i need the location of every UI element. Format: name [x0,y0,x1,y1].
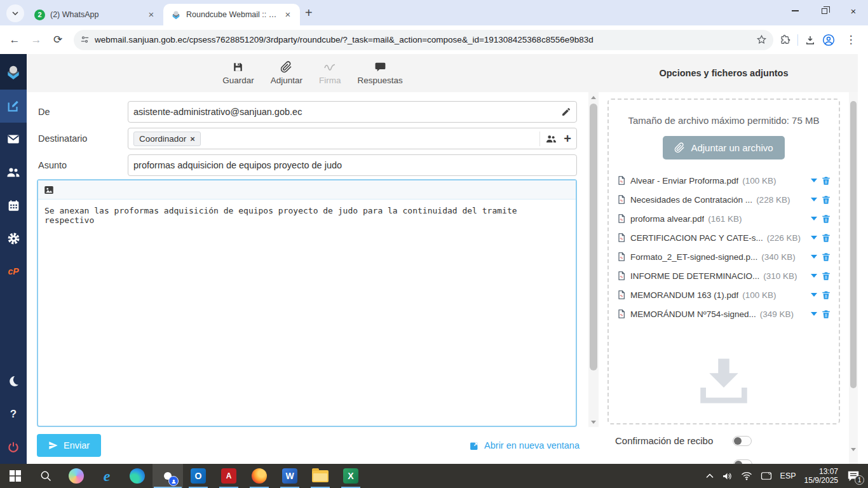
attachment-name[interactable]: Formato_2_ET-signed-signed.p... [630,252,757,262]
delete-attachment-icon[interactable] [821,271,831,281]
forward-button[interactable]: → [27,30,46,50]
scrollbar-thumb[interactable] [850,101,857,388]
scrollbar-thumb[interactable] [590,104,597,370]
from-field[interactable] [128,101,577,123]
attachment-menu-icon[interactable] [811,198,817,201]
wifi-icon[interactable] [741,471,752,480]
scrollbar-track[interactable] [849,92,858,464]
attachment-row[interactable]: MEMORANDUM 163 (1).pdf (100 KB) [616,285,831,304]
sidebar-item-settings[interactable] [0,222,27,255]
scroll-up-arrow[interactable] [588,92,599,102]
sidebar-item-dark-mode[interactable] [0,365,27,398]
attachment-name[interactable]: MEMORANDUM 163 (1).pdf [630,290,738,300]
receipt-toggle[interactable] [733,436,752,446]
site-settings-icon[interactable] [80,35,90,44]
attachment-menu-icon[interactable] [811,312,817,316]
attachment-name[interactable]: CERTIFICACION PAC Y CATE-s... [630,233,763,243]
sidebar-item-help[interactable]: ? [0,398,27,431]
tab-close-icon[interactable]: × [282,9,294,20]
taskbar-search-button[interactable] [31,464,61,488]
tab-search-chevron[interactable] [6,4,24,22]
attachment-name[interactable]: INFORME DE DETERMINACIO... [630,271,759,281]
back-button[interactable]: ← [5,30,24,50]
attachment-name[interactable]: proforma alvear.pdf [630,214,704,224]
address-book-icon[interactable] [545,133,557,145]
from-input[interactable] [133,107,561,117]
taskbar-outlook-button[interactable]: O [183,464,214,488]
delete-attachment-icon[interactable] [821,214,831,224]
attachment-menu-icon[interactable] [811,179,817,182]
signature-button[interactable]: Firma [319,61,341,85]
extensions-icon[interactable] [780,34,791,46]
scroll-down-arrow[interactable] [851,451,856,463]
reload-button[interactable]: ⟳ [48,30,67,50]
attachment-row[interactable]: Necesidades de Contratación ... (228 KB) [616,190,831,209]
url-text[interactable]: webmail.sanjuan.gob.ec/cpsess7628851209/… [95,35,751,44]
edit-from-icon[interactable] [561,107,571,117]
attachment-menu-icon[interactable] [811,217,817,220]
taskbar-excel-button[interactable]: X [336,464,366,488]
window-restore-button[interactable] [810,0,839,22]
attachment-drop-zone[interactable]: Tamaño de archivo máximo permitido: 75 M… [607,98,840,424]
taskbar-ie-button[interactable]: e [92,464,122,488]
send-button[interactable]: Enviar [37,434,101,457]
compose-scrollbar[interactable] [588,92,599,427]
sidebar-item-cpanel[interactable]: cP [0,255,27,288]
attachment-row[interactable]: Alvear - Enviar Proforma.pdf (100 KB) [616,171,831,190]
panel-scrollbar[interactable] [849,54,858,464]
attachment-menu-icon[interactable] [811,274,817,278]
attach-file-button[interactable]: Adjuntar un archivo [663,136,784,159]
save-button[interactable]: Guardar [222,61,254,85]
volume-icon[interactable] [722,471,733,481]
attachment-row[interactable]: CERTIFICACION PAC Y CATE-s... (226 KB) [616,228,831,247]
attachment-name[interactable]: MEMORÁNDUM Nº754-signed... [630,309,756,319]
attachment-row[interactable]: MEMORÁNDUM Nº754-signed... (349 KB) [616,304,831,323]
attachment-menu-icon[interactable] [811,293,817,297]
responses-button[interactable]: Respuestas [358,61,403,85]
taskbar-firefox-button[interactable] [244,464,275,488]
new-tab-button[interactable]: + [305,6,313,20]
tab-close-icon[interactable]: × [146,9,157,20]
taskbar-copilot-button[interactable] [61,464,92,488]
insert-image-icon[interactable] [43,184,55,196]
attachment-row[interactable]: proforma alvear.pdf (161 KB) [616,209,831,228]
attachment-menu-icon[interactable] [811,255,817,259]
attachment-menu-icon[interactable] [811,236,817,240]
window-close-button[interactable]: × [839,0,868,22]
recipient-chip[interactable]: Coordinador × [133,132,201,146]
attachment-row[interactable]: Formato_2_ET-signed-signed.p... (340 KB) [616,247,831,266]
open-new-window-link[interactable]: Abrir en nueva ventana [469,440,580,451]
profile-icon[interactable] [822,34,835,46]
taskbar-edge-button[interactable] [122,464,153,488]
to-field[interactable]: Coordinador × + [128,128,577,149]
roundcube-logo[interactable] [0,54,27,90]
browser-menu-button[interactable]: ⋮ [841,30,860,50]
add-recipient-icon[interactable]: + [564,132,571,146]
downloads-icon[interactable] [804,34,816,46]
sidebar-item-compose[interactable] [0,90,27,123]
delete-attachment-icon[interactable] [821,194,831,205]
delete-attachment-icon[interactable] [821,290,831,301]
language-indicator[interactable]: ESP [780,471,796,480]
virtual-desktop-icon[interactable] [761,471,772,480]
notification-center-button[interactable]: 1 [846,470,860,482]
start-button[interactable] [0,464,31,488]
delete-attachment-icon[interactable] [821,309,831,320]
sidebar-item-contacts[interactable] [0,156,27,189]
sidebar-item-calendar[interactable] [0,189,27,222]
taskbar-explorer-button[interactable] [305,464,336,488]
taskbar-chrome-button[interactable] [153,464,183,488]
message-editor[interactable]: Se anexan las proformas adquisición de e… [37,179,577,427]
remove-recipient-icon[interactable]: × [190,134,195,144]
attachment-row[interactable]: INFORME DE DETERMINACIO... (310 KB) [616,266,831,285]
sidebar-item-mail[interactable] [0,123,27,156]
delete-attachment-icon[interactable] [821,175,831,186]
taskbar-acrobat-button[interactable]: A [214,464,244,488]
tray-chevron-up-icon[interactable] [706,473,714,478]
taskbar-word-button[interactable]: W [275,464,305,488]
subject-field[interactable] [128,154,577,176]
delete-attachment-icon[interactable] [821,233,831,243]
tab-roundcube[interactable]: Roundcube Webmail :: Redactar × [163,4,300,25]
tab-whatsapp[interactable]: 2 (2) WhatsApp × [27,4,163,25]
attach-button[interactable]: Adjuntar [271,61,302,85]
